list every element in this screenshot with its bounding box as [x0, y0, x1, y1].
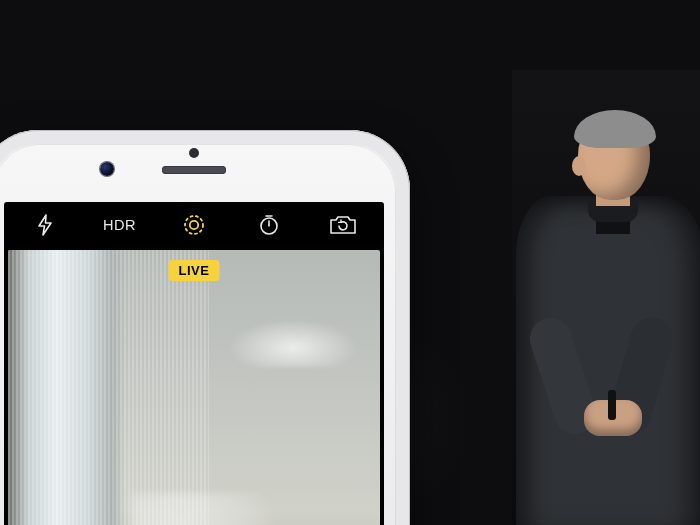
svg-point-0	[190, 221, 198, 229]
flash-icon	[36, 214, 54, 236]
live-photo-icon	[181, 212, 207, 238]
camera-top-toolbar: HDR	[4, 202, 384, 248]
camera-flip-icon	[328, 214, 358, 236]
presenter-remote	[608, 390, 616, 420]
timer-icon	[257, 213, 281, 237]
timer-button[interactable]	[246, 213, 292, 237]
camera-viewfinder[interactable]: LIVE	[8, 250, 380, 525]
cloud	[228, 319, 358, 367]
front-camera	[100, 162, 114, 176]
live-badge: LIVE	[169, 260, 220, 281]
hdr-button[interactable]: HDR	[97, 217, 143, 233]
hdr-label: HDR	[103, 217, 136, 233]
live-photo-button[interactable]	[171, 212, 217, 238]
waterfall-mist	[131, 493, 298, 525]
presenter	[512, 70, 700, 525]
waterfall	[8, 250, 209, 525]
proximity-sensor	[189, 148, 199, 158]
flash-button[interactable]	[22, 214, 68, 236]
camera-flip-button[interactable]	[320, 214, 366, 236]
svg-point-1	[185, 216, 203, 234]
iphone-device: HDR	[0, 130, 410, 525]
camera-app-screen: HDR	[4, 202, 384, 525]
earpiece-speaker	[162, 166, 226, 174]
svg-point-2	[261, 218, 277, 234]
